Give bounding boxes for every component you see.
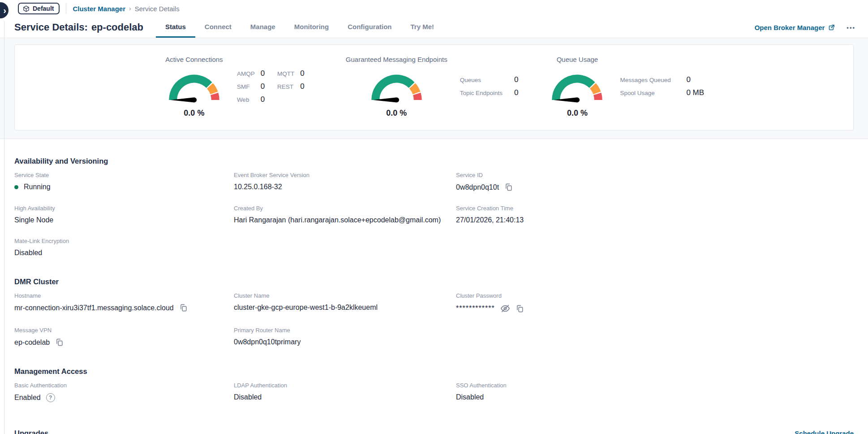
upgrades-row: Upgrades Schedule Upgrade — [14, 429, 854, 434]
details-content: Availability and Versioning Service Stat… — [0, 157, 868, 434]
workspace-badge-label: Default — [33, 5, 54, 12]
breadcrumb: Cluster Manager › Service Details — [73, 5, 179, 13]
show-password-eye-off-icon[interactable] — [500, 304, 510, 313]
workspace-badge[interactable]: Default — [18, 3, 60, 14]
breadcrumb-cluster-manager[interactable]: Cluster Manager — [73, 5, 125, 13]
usage-summary-card: Active Connections 0.0 % AMQP 0 MQTT 0 S… — [14, 44, 854, 130]
topbar-divider — [66, 3, 66, 14]
gauge-chart — [547, 69, 607, 104]
queue-stats: Messages Queued 0 Spool Usage 0 MB — [620, 75, 704, 130]
section-management-heading: Management Access — [14, 367, 854, 376]
page-header: Service Details: ep-codelab Status Conne… — [0, 17, 868, 38]
breadcrumb-separator-icon: › — [129, 5, 131, 12]
service-state-value: Running — [24, 183, 51, 191]
tab-manage[interactable]: Manage — [241, 17, 285, 38]
field-cluster-name: Cluster Name cluster-gke-gcp-europe-west… — [234, 292, 456, 313]
service-name: ep-codelab — [91, 22, 143, 33]
topbar: Default Cluster Manager › Service Detail… — [0, 0, 868, 17]
field-hostname: Hostname mr-connection-xiru3i37tf1.messa… — [14, 292, 234, 313]
gauge-chart — [366, 69, 427, 104]
external-link-icon — [828, 24, 835, 31]
dmr-grid: Hostname mr-connection-xiru3i37tf1.messa… — [14, 292, 854, 347]
page-title: Service Details: ep-codelab — [14, 17, 143, 38]
tab-monitoring[interactable]: Monitoring — [285, 17, 338, 38]
copy-service-id-icon[interactable] — [504, 183, 513, 191]
status-running-dot — [14, 185, 18, 189]
field-high-availability: High Availability Single Node — [14, 205, 234, 224]
endpoint-stats: Queues 0 Topic Endpoints 0 — [460, 75, 519, 130]
copy-hostname-icon[interactable] — [179, 304, 188, 312]
chevron-right-icon: › — [3, 5, 6, 16]
gauge-title: Active Connections — [165, 56, 223, 63]
gauge-percent: 0.0 % — [386, 108, 407, 118]
gauge-active-connections: Active Connections 0.0 % AMQP 0 MQTT 0 S… — [164, 56, 317, 130]
field-primary-router: Primary Router Name 0w8dpn0q10tprimary — [234, 327, 456, 347]
availability-grid: Service State Running Event Broker Servi… — [14, 172, 854, 257]
field-created-by: Created By Hari Rangarajan (hari.rangara… — [234, 205, 456, 224]
gauge-percent: 0.0 % — [184, 108, 204, 118]
field-sso-auth: SSO Authentication Disabled — [456, 382, 854, 402]
open-broker-manager-link[interactable]: Open Broker Manager — [755, 24, 835, 31]
schedule-upgrade-link[interactable]: Schedule Upgrade — [795, 430, 854, 434]
help-icon[interactable]: ? — [46, 393, 55, 402]
copy-password-icon[interactable] — [516, 304, 524, 313]
field-service-id: Service ID 0w8dpn0q10t — [456, 172, 854, 191]
cube-icon — [23, 5, 30, 12]
management-grid: Basic Authentication Enabled ? LDAP Auth… — [14, 382, 854, 402]
gauge-title: Guaranteed Messaging Endpoints — [346, 56, 447, 63]
tab-try-me[interactable]: Try Me! — [401, 17, 444, 38]
tab-bar: Status Connect Manage Monitoring Configu… — [156, 17, 443, 38]
masked-password: ************ — [456, 304, 495, 312]
tab-configuration[interactable]: Configuration — [338, 17, 401, 38]
tab-connect[interactable]: Connect — [195, 17, 241, 38]
field-creation-time: Service Creation Time 27/01/2026, 21:40:… — [456, 205, 854, 224]
field-mate-link-encryption: Mate-Link Encryption Disabled — [14, 238, 234, 257]
section-upgrades-heading: Upgrades — [14, 429, 48, 434]
connection-stats: AMQP 0 MQTT 0 SMF 0 REST 0 Web 0 — [237, 69, 317, 130]
field-service-version: Event Broker Service Version 10.25.0.168… — [234, 172, 456, 191]
gauge-chart — [164, 69, 224, 104]
gauge-percent: 0.0 % — [567, 108, 588, 118]
field-service-state: Service State Running — [14, 172, 234, 191]
gauge-band: Active Connections 0.0 % AMQP 0 MQTT 0 S… — [0, 38, 868, 139]
tab-status[interactable]: Status — [156, 17, 195, 38]
field-ldap-auth: LDAP Authentication Disabled — [234, 382, 456, 402]
section-dmr-heading: DMR Cluster — [14, 278, 854, 286]
more-actions-icon[interactable]: ••• — [846, 22, 856, 33]
gauge-queue-usage: Queue Usage 0.0 % Messages Queued 0 Spoo… — [547, 56, 704, 130]
gauge-title: Queue Usage — [557, 56, 598, 63]
field-message-vpn: Message VPN ep-codelab — [14, 327, 234, 347]
copy-message-vpn-icon[interactable] — [55, 338, 64, 347]
field-cluster-password: Cluster Password ************ — [456, 292, 854, 313]
field-basic-auth: Basic Authentication Enabled ? — [14, 382, 234, 402]
breadcrumb-current: Service Details — [135, 5, 180, 13]
gauge-guaranteed-messaging-endpoints: Guaranteed Messaging Endpoints 0.0 % Que… — [346, 56, 519, 130]
section-availability-heading: Availability and Versioning — [14, 157, 854, 165]
